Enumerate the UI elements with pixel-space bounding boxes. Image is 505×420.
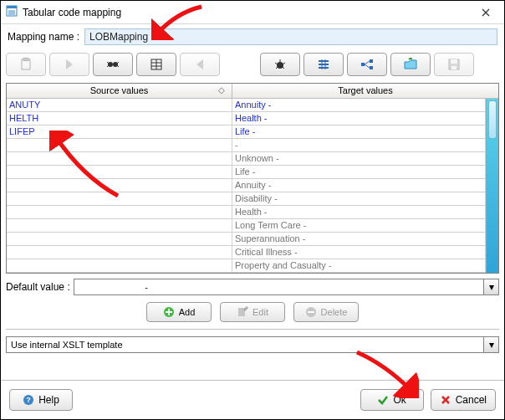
source-cell <box>7 166 232 178</box>
source-cell <box>7 219 232 232</box>
target-cell: Health - <box>232 206 486 218</box>
mapping-name-row: Mapping name : <box>1 24 504 49</box>
source-cell <box>7 259 232 272</box>
add-button[interactable]: Add <box>146 302 212 322</box>
table-row[interactable]: Unknown - <box>7 152 486 166</box>
toolbar-open-button[interactable] <box>390 53 431 76</box>
svg-rect-1 <box>7 6 17 8</box>
target-cell: Long Term Care - <box>232 219 486 232</box>
dropdown-arrow-icon[interactable]: ▾ <box>483 337 498 352</box>
source-cell <box>7 179 232 192</box>
target-cell: Superannuation - <box>232 233 486 245</box>
table-row[interactable]: Superannuation - <box>7 233 486 246</box>
target-cell: - <box>232 139 486 151</box>
table-header-row: Source values ◇ Target values <box>7 84 498 99</box>
svg-rect-31 <box>370 59 373 63</box>
mapping-name-input[interactable] <box>84 28 497 45</box>
title-bar: Tabular code mapping <box>1 1 504 24</box>
target-cell: Critical Illness - <box>232 246 486 259</box>
table-row[interactable]: Critical Illness - <box>7 246 486 259</box>
toolbar-prev-button[interactable] <box>180 53 220 76</box>
table-row[interactable]: - <box>7 139 486 152</box>
svg-point-10 <box>113 62 118 67</box>
target-cell: Annuity - <box>232 179 486 192</box>
svg-rect-30 <box>361 63 365 66</box>
close-button[interactable] <box>472 3 499 23</box>
sort-indicator-icon: ◇ <box>218 85 225 95</box>
target-cell: Disability - <box>232 192 486 205</box>
svg-text:?: ? <box>26 396 31 404</box>
mapping-name-label: Mapping name : <box>8 31 79 43</box>
table-row[interactable]: Property and Casualty - <box>7 259 486 273</box>
svg-rect-37 <box>451 66 457 69</box>
edit-button[interactable]: Edit <box>220 302 285 322</box>
xslt-template-combo[interactable]: Use internal XSLT template ▾ <box>6 336 499 353</box>
svg-line-13 <box>117 62 119 64</box>
svg-rect-43 <box>308 311 314 313</box>
source-cell <box>7 246 232 259</box>
aed-row: Add Edit Delete <box>1 295 504 329</box>
source-cell <box>7 206 232 218</box>
source-cell: LIFEP <box>7 125 232 138</box>
svg-rect-32 <box>370 66 373 69</box>
help-button[interactable]: ? Help <box>9 389 73 411</box>
app-icon <box>6 5 18 19</box>
default-value-text: - <box>74 282 483 292</box>
table-row[interactable]: HELTHHealth - <box>7 112 486 125</box>
svg-rect-26 <box>319 64 329 65</box>
table-row[interactable]: Health - <box>7 206 486 219</box>
toolbar-mapping-button[interactable] <box>347 53 387 76</box>
target-cell: Property and Casualty - <box>232 259 486 272</box>
target-cell: Annuity - <box>232 99 486 111</box>
toolbar-save-button[interactable] <box>434 53 474 76</box>
source-cell <box>7 139 232 151</box>
svg-point-9 <box>108 62 113 67</box>
window-title: Tabular code mapping <box>23 7 467 18</box>
scrollbar-thumb[interactable] <box>488 100 497 139</box>
svg-line-24 <box>283 67 284 69</box>
target-cell: Life - <box>232 166 486 178</box>
target-cell: Unknown - <box>232 152 486 165</box>
toolbar-table-button[interactable] <box>136 53 176 76</box>
header-target[interactable]: Target values <box>232 84 498 98</box>
source-cell: HELTH <box>7 112 232 125</box>
delete-button[interactable]: Delete <box>293 302 359 322</box>
toolbar-clipboard-button[interactable] <box>6 53 46 76</box>
toolbar-next-button[interactable] <box>49 53 89 76</box>
table-row[interactable]: Disability - <box>7 192 486 206</box>
default-value-combo[interactable]: - ▾ <box>74 279 499 295</box>
svg-rect-36 <box>451 59 457 64</box>
table-row[interactable]: Annuity - <box>7 179 486 192</box>
dropdown-arrow-icon[interactable]: ▾ <box>483 279 498 295</box>
svg-line-14 <box>117 65 119 67</box>
footer: ? Help Ok Cancel <box>1 380 504 419</box>
default-value-label: Default value : <box>6 281 70 293</box>
table-row[interactable]: LIFEPLife - <box>7 125 486 139</box>
source-cell <box>7 192 232 205</box>
ok-button[interactable]: Ok <box>360 389 424 411</box>
header-source[interactable]: Source values ◇ <box>7 84 232 98</box>
source-cell: ANUTY <box>7 99 232 111</box>
toolbar-bugs-button[interactable] <box>93 53 133 76</box>
svg-line-34 <box>365 64 370 68</box>
table-row[interactable]: ANUTYAnnuity - <box>7 99 486 112</box>
svg-line-33 <box>365 61 370 64</box>
source-cell <box>7 233 232 245</box>
toolbar-bug-button[interactable] <box>260 53 300 76</box>
cancel-button[interactable]: Cancel <box>431 389 496 411</box>
toolbar-grid-button[interactable] <box>304 53 344 76</box>
target-cell: Life - <box>232 125 486 138</box>
table-row[interactable]: Life - <box>7 166 486 179</box>
svg-rect-27 <box>319 67 329 69</box>
mapping-table: Source values ◇ Target values ANUTYAnnui… <box>6 83 499 274</box>
vertical-scrollbar[interactable] <box>486 99 498 273</box>
table-row[interactable]: Long Term Care - <box>7 219 486 233</box>
target-cell: Health - <box>232 112 486 125</box>
toolbar <box>1 49 504 83</box>
default-value-row: Default value : - ▾ <box>6 279 499 295</box>
svg-line-11 <box>107 62 109 64</box>
svg-point-19 <box>277 62 283 69</box>
svg-rect-40 <box>166 311 172 313</box>
svg-line-23 <box>276 67 278 69</box>
xslt-template-text: Use internal XSLT template <box>7 340 483 350</box>
